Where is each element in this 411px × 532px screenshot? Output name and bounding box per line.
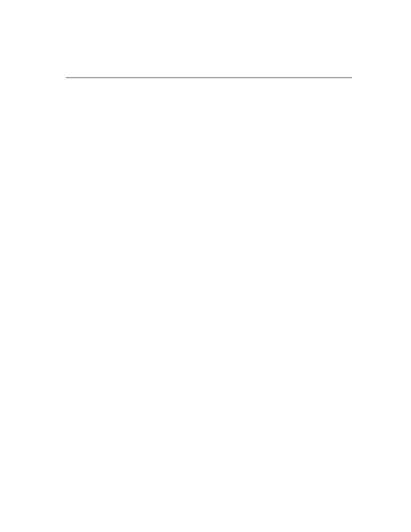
horizontal-divider: [66, 78, 352, 78]
